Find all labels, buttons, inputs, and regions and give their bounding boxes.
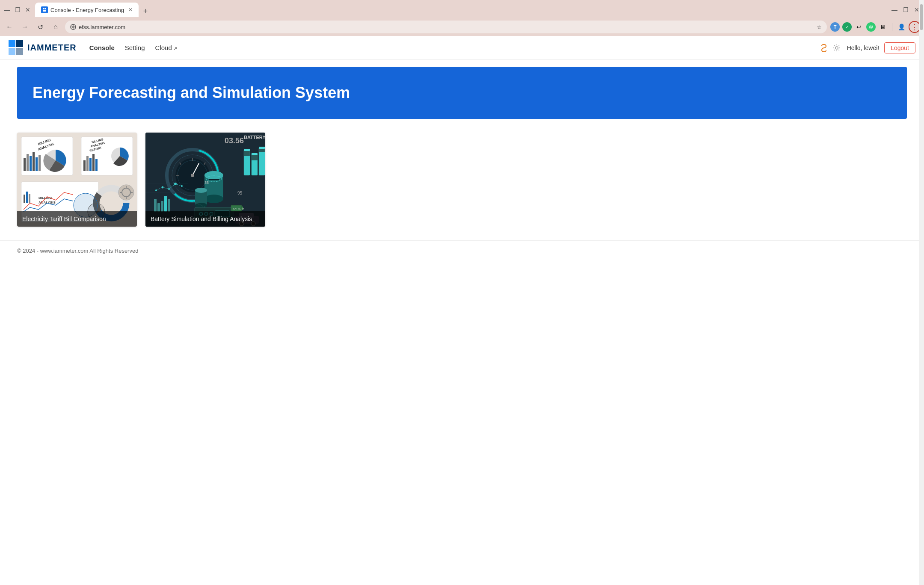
svg-rect-81 — [244, 156, 250, 175]
svg-rect-84 — [252, 160, 258, 175]
svg-rect-1 — [43, 8, 44, 9]
service-icon[interactable] — [819, 43, 829, 53]
svg-point-67 — [204, 195, 223, 203]
tab-favicon — [41, 6, 48, 13]
svg-text:BATTERY: BATTERY — [233, 207, 244, 210]
svg-point-68 — [204, 171, 223, 180]
window-controls: — ❐ ✕ — [3, 6, 32, 14]
extension-icon-2[interactable]: ↩ — [854, 22, 864, 32]
svg-rect-3 — [43, 10, 46, 12]
svg-rect-10 — [16, 48, 23, 55]
browser-toolbar-icons: T ✓ ↩ W 🖥 👤 ⋮ — [830, 21, 921, 33]
svg-rect-82 — [244, 149, 250, 151]
scrollbar-thumb[interactable] — [920, 4, 923, 30]
svg-rect-33 — [95, 159, 98, 171]
svg-rect-95 — [168, 199, 170, 212]
browser-top-bar: — ❐ ✕ Console - Energy Forecasting ✕ + —… — [3, 3, 921, 17]
scrollbar[interactable] — [919, 0, 924, 585]
svg-text:95: 95 — [237, 191, 243, 195]
svg-text:ANALYSIS: ANALYSIS — [38, 201, 56, 204]
svg-point-11 — [835, 47, 838, 49]
nav-setting[interactable]: Setting — [125, 44, 145, 51]
extension-icon-4[interactable]: 🖥 — [878, 22, 888, 32]
logo-text: IAMMETER — [27, 43, 77, 53]
nav-right: Hello, lewei! Logout — [819, 42, 915, 53]
nav-icons — [819, 43, 842, 53]
cards-grid: BILLING ANALYSIS BILLING ANALYSIS REPORT… — [0, 126, 924, 240]
address-bar-row: ← → ↺ ⌂ ☆ T ✓ ↩ W 🖥 👤 ⋮ — [3, 19, 921, 36]
svg-rect-70 — [209, 179, 219, 180]
extension-icon-1[interactable]: ✓ — [842, 22, 852, 32]
logo-area: IAMMETER — [9, 40, 77, 56]
forward-button[interactable]: → — [19, 21, 31, 33]
hero-banner: Energy Forecasting and Simulation System — [17, 67, 907, 119]
svg-rect-88 — [259, 147, 265, 149]
browser-maximize[interactable]: ❐ — [902, 6, 909, 14]
svg-rect-8 — [9, 48, 15, 55]
svg-rect-91 — [154, 199, 157, 212]
app-container: IAMMETER Console Setting Cloud — [0, 36, 924, 261]
svg-rect-85 — [252, 153, 258, 155]
tabs-bar: Console - Energy Forecasting ✕ + — [35, 3, 151, 17]
footer: © 2024 - www.iammeter.com All Rights Res… — [0, 240, 924, 261]
close-button[interactable]: ✕ — [24, 6, 32, 14]
svg-rect-23 — [24, 158, 26, 171]
nav-console[interactable]: Console — [89, 44, 115, 51]
svg-rect-2 — [44, 8, 46, 9]
address-bar[interactable]: ☆ — [65, 21, 827, 33]
logout-button[interactable]: Logout — [884, 42, 915, 53]
browser-minimize[interactable]: — — [891, 6, 898, 14]
svg-text:BATTERY: BATTERY — [244, 135, 265, 140]
svg-rect-87 — [259, 152, 265, 175]
card-battery[interactable]: 03.56 BATTERY — [145, 133, 265, 227]
svg-rect-30 — [86, 156, 89, 171]
svg-rect-7 — [9, 40, 15, 47]
svg-rect-29 — [83, 160, 86, 171]
svg-rect-39 — [24, 195, 25, 203]
svg-rect-25 — [30, 156, 32, 171]
card-battery-label: Battery Simulation and Billing Analysis — [145, 211, 265, 227]
extension-icon-3[interactable]: W — [866, 22, 876, 32]
profile-icon[interactable]: 👤 — [897, 22, 906, 32]
svg-text:35: 35 — [204, 180, 209, 185]
svg-rect-92 — [157, 203, 160, 212]
svg-rect-40 — [26, 192, 28, 203]
svg-point-57 — [191, 174, 194, 177]
logo-icon — [9, 40, 24, 56]
svg-rect-41 — [29, 194, 30, 203]
translate-icon[interactable]: T — [830, 22, 840, 32]
card-billing-label: Electricity Tariff Bill Comparison — [17, 211, 137, 227]
svg-rect-9 — [16, 40, 23, 47]
card-billing[interactable]: BILLING ANALYSIS BILLING ANALYSIS REPORT… — [17, 133, 137, 227]
svg-point-74 — [195, 188, 207, 193]
browser-chrome: — ❐ ✕ Console - Energy Forecasting ✕ + —… — [0, 0, 924, 36]
nav-links: Console Setting Cloud — [89, 44, 177, 51]
svg-rect-26 — [33, 152, 35, 171]
svg-rect-24 — [27, 154, 29, 171]
new-tab-button[interactable]: + — [139, 5, 151, 17]
minimize-button[interactable]: — — [3, 6, 11, 14]
back-button[interactable]: ← — [3, 21, 15, 33]
hero-title: Energy Forecasting and Simulation System — [33, 84, 891, 102]
refresh-button[interactable]: ↺ — [34, 21, 46, 33]
tab-title: Console - Energy Forecasting — [50, 7, 124, 13]
app-nav: IAMMETER Console Setting Cloud — [0, 36, 924, 60]
url-input[interactable] — [79, 24, 814, 30]
tab-close-icon[interactable]: ✕ — [128, 7, 133, 13]
svg-rect-94 — [164, 196, 167, 212]
hello-text: Hello, lewei! — [847, 44, 879, 51]
maximize-button[interactable]: ❐ — [14, 6, 21, 14]
home-button[interactable]: ⌂ — [50, 21, 62, 33]
footer-text: © 2024 - www.iammeter.com All Rights Res… — [17, 248, 138, 254]
svg-rect-31 — [89, 158, 92, 171]
svg-rect-93 — [161, 201, 163, 212]
svg-text:03.56: 03.56 — [225, 136, 244, 145]
svg-rect-27 — [36, 157, 38, 171]
nav-cloud[interactable]: Cloud — [155, 44, 177, 51]
settings-icon[interactable] — [832, 43, 842, 53]
active-tab[interactable]: Console - Energy Forecasting ✕ — [35, 3, 139, 17]
svg-rect-28 — [38, 155, 41, 171]
svg-rect-32 — [92, 154, 95, 171]
bookmark-icon[interactable]: ☆ — [817, 24, 822, 30]
